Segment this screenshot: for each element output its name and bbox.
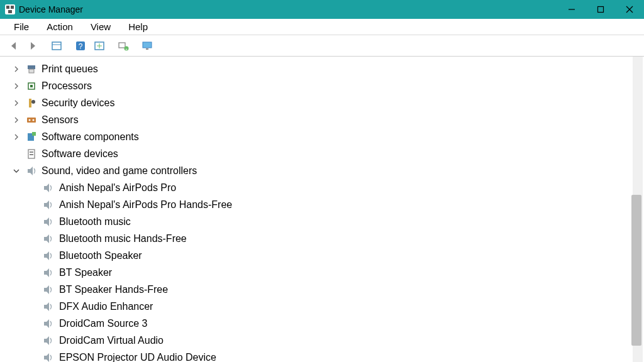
category-security-devices[interactable]: Security devices [11, 94, 644, 111]
svg-rect-2 [8, 10, 12, 13]
device-label: DFX Audio Enhancer [59, 301, 153, 312]
device-label: Bluetooth music [59, 216, 131, 228]
category-sensors[interactable]: Sensors [11, 111, 644, 128]
back-button[interactable] [5, 37, 23, 55]
device-item[interactable]: BT Speaker Hands-Free [42, 281, 644, 298]
menu-action[interactable]: Action [38, 20, 82, 33]
content-area: Print queues Processors Security devices [0, 57, 644, 362]
sound-children: Anish Nepal's AirPods Pro Anish Nepal's … [42, 179, 644, 362]
help-button[interactable]: ? [72, 37, 89, 55]
category-print-queues[interactable]: Print queues [11, 60, 644, 77]
title-bar: Device Manager [0, 0, 644, 19]
speaker-icon [25, 165, 38, 177]
device-item[interactable]: Bluetooth Speaker [42, 247, 644, 264]
svg-rect-18 [29, 69, 34, 73]
device-label: Anish Nepal's AirPods Pro Hands-Free [59, 199, 232, 211]
svg-rect-30 [30, 154, 33, 155]
svg-rect-15 [143, 42, 152, 48]
category-label: Software components [42, 131, 139, 143]
device-label: Bluetooth Speaker [59, 250, 142, 261]
svg-rect-27 [32, 132, 36, 136]
scrollbar-track[interactable] [633, 57, 643, 362]
device-item[interactable]: BT Speaker [42, 264, 644, 281]
scan-button[interactable] [91, 37, 108, 55]
category-label: Security devices [42, 97, 115, 109]
category-processors[interactable]: Processors [11, 77, 644, 94]
device-label: DroidCam Source 3 [59, 318, 148, 329]
device-label: DroidCam Virtual Audio [59, 335, 164, 346]
speaker-icon [42, 283, 54, 296]
chevron-right-icon[interactable] [11, 81, 21, 91]
svg-rect-23 [27, 118, 36, 123]
svg-text:+: + [125, 47, 128, 50]
minimize-button[interactable] [557, 0, 586, 19]
menu-file[interactable]: File [5, 20, 38, 33]
app-icon [5, 4, 15, 14]
device-item[interactable]: Bluetooth music [42, 213, 644, 230]
device-label: EPSON Projector UD Audio Device [59, 352, 216, 363]
svg-rect-12 [119, 43, 125, 48]
category-label: Sensors [42, 114, 79, 126]
scrollbar-thumb[interactable] [631, 195, 641, 346]
window-controls [557, 0, 644, 19]
security-icon [25, 97, 38, 109]
chevron-right-icon[interactable] [11, 115, 21, 125]
device-item[interactable]: Anish Nepal's AirPods Pro [42, 179, 644, 196]
software-device-icon [25, 148, 38, 160]
svg-rect-21 [29, 99, 31, 107]
svg-point-24 [29, 119, 31, 121]
svg-rect-4 [598, 7, 604, 13]
speaker-icon [42, 199, 54, 211]
svg-point-22 [31, 100, 35, 104]
speaker-icon [42, 233, 54, 245]
category-software-devices[interactable]: Software devices [11, 145, 644, 162]
expand-spacer [11, 149, 21, 159]
speaker-icon [42, 334, 54, 347]
svg-rect-20 [30, 85, 33, 87]
category-sound-video-game[interactable]: Sound, video and game controllers [11, 162, 644, 179]
svg-point-25 [33, 119, 35, 121]
software-component-icon [25, 131, 38, 143]
forward-button[interactable] [24, 37, 42, 55]
device-item[interactable]: EPSON Projector UD Audio Device [42, 349, 644, 362]
speaker-icon [42, 266, 54, 279]
printer-icon [25, 63, 38, 75]
chevron-right-icon[interactable] [11, 98, 21, 108]
speaker-icon [42, 182, 54, 194]
device-item[interactable]: Anish Nepal's AirPods Pro Hands-Free [42, 196, 644, 213]
svg-rect-17 [28, 65, 35, 69]
category-label: Processors [42, 80, 92, 92]
menu-bar: File Action View Help [0, 19, 644, 35]
chevron-right-icon[interactable] [11, 132, 21, 142]
speaker-icon [42, 300, 54, 313]
menu-help[interactable]: Help [119, 20, 157, 33]
chevron-down-icon[interactable] [11, 166, 21, 176]
menu-view[interactable]: View [82, 20, 119, 33]
device-label: Bluetooth music Hands-Free [59, 233, 187, 244]
device-item[interactable]: DFX Audio Enhancer [42, 298, 644, 315]
category-label: Sound, video and game controllers [42, 165, 197, 177]
device-item[interactable]: DroidCam Virtual Audio [42, 332, 644, 349]
svg-rect-7 [52, 42, 61, 50]
chevron-right-icon[interactable] [11, 64, 21, 74]
show-hidden-button[interactable] [48, 37, 65, 55]
window-title: Device Manager [19, 4, 83, 14]
add-hardware-button[interactable]: + [114, 37, 132, 55]
speaker-icon [42, 250, 54, 262]
cpu-icon [25, 80, 38, 92]
category-label: Print queues [42, 63, 98, 75]
device-label: BT Speaker [59, 267, 112, 278]
device-label: BT Speaker Hands-Free [59, 284, 168, 295]
device-item[interactable]: DroidCam Source 3 [42, 315, 644, 332]
speaker-icon [42, 216, 54, 228]
device-tree: Print queues Processors Security devices [0, 57, 644, 362]
category-software-components[interactable]: Software components [11, 128, 644, 145]
category-label: Software devices [42, 148, 118, 160]
maximize-button[interactable] [586, 0, 615, 19]
speaker-icon [42, 351, 54, 363]
svg-rect-29 [30, 151, 33, 153]
close-button[interactable] [615, 0, 644, 19]
device-item[interactable]: Bluetooth music Hands-Free [42, 230, 644, 247]
monitor-button[interactable] [138, 37, 156, 55]
svg-rect-16 [146, 48, 148, 50]
